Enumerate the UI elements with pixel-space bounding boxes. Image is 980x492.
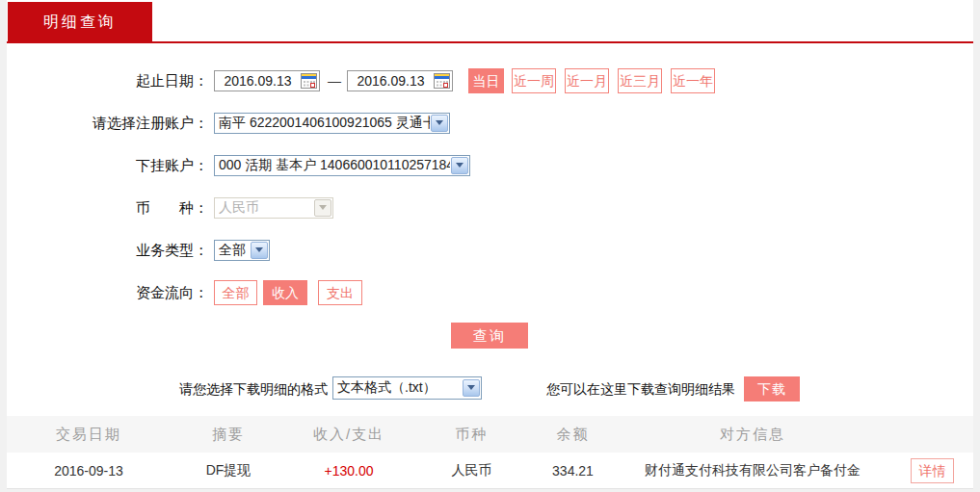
detail-button[interactable]: 详情: [911, 458, 954, 483]
chevron-down-icon: [314, 199, 331, 217]
date-range-label: 起止日期：: [0, 70, 208, 91]
business-type-select[interactable]: 全部: [214, 240, 270, 261]
cell-trade-date: 2016-09-13: [7, 463, 171, 479]
end-date-input[interactable]: 2016.09.13: [347, 70, 453, 91]
download-format-select[interactable]: 文本格式（.txt）: [332, 376, 482, 400]
flow-button-expense[interactable]: 支出: [318, 280, 362, 305]
quick-button-last-month[interactable]: 近一月: [565, 68, 609, 93]
download-format-value: 文本格式（.txt）: [337, 379, 437, 397]
tab-detail-query[interactable]: 明细查询: [8, 2, 152, 41]
business-type-label: 业务类型：: [0, 240, 208, 261]
download-hint: 您可以在这里下载查询明细结果: [546, 377, 735, 401]
fund-flow-label: 资金流向：: [0, 282, 208, 303]
sub-account-label: 下挂账户：: [0, 155, 208, 176]
quick-button-last-year[interactable]: 近一年: [671, 68, 715, 93]
table-row: 2016-09-13 DF提现 +130.00 人民币 334.21 财付通支付…: [7, 453, 973, 489]
cell-counterparty: 财付通支付科技有限公司客户备付金: [614, 462, 891, 479]
header-currency: 币种: [411, 426, 532, 444]
quick-button-last-week[interactable]: 近一周: [512, 68, 556, 93]
business-type-value: 全部: [219, 242, 246, 259]
cell-action: 详情: [891, 458, 973, 483]
flow-button-all[interactable]: 全部: [214, 280, 257, 305]
query-button[interactable]: 查询: [451, 323, 528, 349]
start-date-value: 2016.09.13: [215, 73, 301, 89]
currency-label: 币 种：: [0, 197, 208, 219]
tab-underline: [7, 41, 973, 43]
cell-balance: 334.21: [532, 463, 614, 479]
currency-select: 人民币: [214, 197, 333, 219]
chevron-down-icon: [251, 242, 268, 259]
download-format-label: 请您选择下载明细的格式: [0, 377, 328, 401]
quick-button-today[interactable]: 当日: [468, 68, 504, 93]
date-range-separator: —: [328, 73, 341, 89]
chevron-down-icon: [451, 157, 468, 174]
end-date-value: 2016.09.13: [348, 73, 434, 89]
register-account-label: 请选择注册账户：: [0, 113, 208, 134]
download-button[interactable]: 下载: [744, 376, 800, 401]
register-account-value: 南平 6222001406100921065 灵通卡: [219, 115, 430, 132]
currency-value: 人民币: [219, 199, 259, 217]
quick-button-last-quarter[interactable]: 近三月: [618, 68, 662, 93]
register-account-select[interactable]: 南平 6222001406100921065 灵通卡: [214, 113, 450, 134]
sub-account-select[interactable]: 000 活期 基本户 1406600101102571848: [214, 155, 470, 176]
flow-button-income[interactable]: 收入: [263, 280, 307, 305]
table-header-row: 交易日期 摘要 收入/支出 币种 余额 对方信息: [7, 416, 973, 453]
sub-account-value: 000 活期 基本户 1406600101102571848: [219, 157, 450, 174]
header-in-out: 收入/支出: [286, 426, 411, 444]
start-date-input[interactable]: 2016.09.13: [214, 70, 320, 91]
header-balance: 余额: [532, 426, 614, 444]
cell-summary: DF提现: [171, 462, 286, 479]
header-summary: 摘要: [171, 426, 286, 444]
cell-amount: +130.00: [286, 463, 411, 479]
calendar-icon[interactable]: [434, 73, 450, 89]
chevron-down-icon: [463, 379, 480, 397]
chevron-down-icon: [431, 115, 448, 132]
calendar-icon[interactable]: [301, 73, 317, 89]
header-counterparty: 对方信息: [614, 426, 891, 444]
header-trade-date: 交易日期: [7, 426, 171, 444]
cell-currency: 人民币: [411, 462, 532, 479]
